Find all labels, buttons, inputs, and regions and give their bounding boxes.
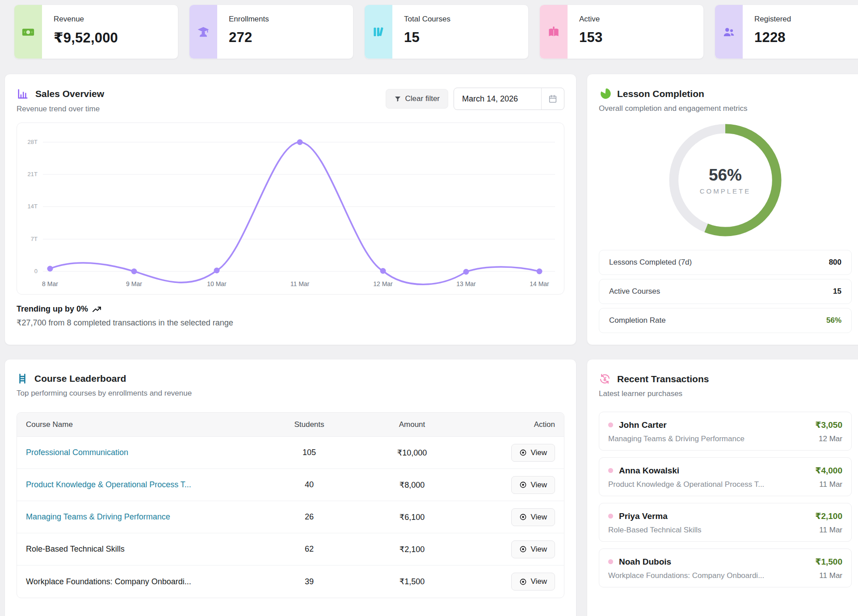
- bullet-dot-icon: [608, 559, 613, 564]
- transaction-course: Product Knowledge & Operational Process …: [608, 480, 819, 489]
- transaction-date: 12 Mar: [819, 435, 842, 443]
- transaction-amount: ₹1,500: [815, 557, 842, 567]
- view-button[interactable]: View: [511, 444, 555, 462]
- stat-value: 1228: [754, 30, 791, 46]
- stat-card-active: Active 153: [539, 4, 704, 59]
- lesson-completion-card: Lesson Completion Overall completion and…: [587, 74, 858, 345]
- pie-chart-icon: [599, 88, 611, 100]
- transaction-course: Role-Based Technical Skills: [608, 526, 819, 535]
- sales-overview-card: Sales Overview Revenue trend over time C…: [4, 74, 576, 345]
- transaction-amount: ₹3,050: [815, 420, 842, 430]
- stat-row-value: 56%: [826, 316, 841, 325]
- leaderboard-title: Course Leaderboard: [34, 373, 126, 384]
- bullet-dot-icon: [608, 422, 613, 427]
- stat-label: Registered: [754, 15, 791, 24]
- table-row: Role-Based Technical Skills 62 ₹2,100 Vi…: [17, 533, 564, 565]
- view-button[interactable]: View: [511, 508, 555, 526]
- completion-donut: 56% COMPLETE: [668, 123, 782, 237]
- currency-refresh-icon: [599, 373, 611, 385]
- ladder-icon: [17, 373, 28, 384]
- amount-cell: ₹6,100: [345, 512, 479, 522]
- view-button[interactable]: View: [511, 540, 555, 558]
- course-link[interactable]: Professional Communication: [26, 448, 128, 457]
- transaction-item: Noah Dubois ₹1,500 Workplace Foundations…: [599, 548, 852, 587]
- funnel-icon: [394, 95, 401, 102]
- table-row: Professional Communication 105 ₹10,000 V…: [17, 437, 564, 469]
- transaction-item: John Carter ₹3,050 Managing Teams & Driv…: [599, 412, 852, 451]
- course-link[interactable]: Product Knowledge & Operational Process …: [26, 480, 191, 489]
- view-button[interactable]: View: [511, 476, 555, 494]
- stat-label: Total Courses: [404, 15, 450, 24]
- trend-summary: ₹27,700 from 8 completed transactions in…: [17, 318, 564, 328]
- amount-cell: ₹2,100: [345, 544, 479, 554]
- stats-row: Revenue ₹9,52,000 Enrollments 272 Total …: [0, 0, 858, 59]
- trend-text: Trending up by 0%: [17, 304, 88, 314]
- buyer-name: John Carter: [619, 420, 815, 430]
- x-tick: 10 Mar: [207, 280, 227, 287]
- course-leaderboard-card: Course Leaderboard Top performing course…: [4, 359, 576, 616]
- transaction-course: Workplace Foundations: Company Onboardi.…: [608, 571, 819, 580]
- date-picker[interactable]: March 14, 2026: [454, 88, 564, 110]
- stat-row-value: 15: [833, 287, 841, 296]
- leaderboard-subtitle: Top performing courses by enrollments an…: [17, 389, 564, 398]
- users-icon: [722, 25, 736, 38]
- x-tick: 14 Mar: [530, 280, 549, 287]
- transactions-title: Recent Transactions: [617, 374, 709, 384]
- bar-chart-icon: [17, 88, 29, 100]
- course-link[interactable]: Managing Teams & Driving Performance: [26, 512, 170, 521]
- stat-label: Active: [579, 15, 602, 24]
- revenue-series-points: [47, 139, 543, 275]
- recent-transactions-card: Recent Transactions Latest learner purch…: [587, 359, 858, 616]
- view-label: View: [530, 513, 547, 522]
- stat-value: ₹9,52,000: [54, 30, 118, 46]
- completion-stat-row: Active Courses 15: [599, 279, 852, 304]
- view-button[interactable]: View: [511, 573, 555, 591]
- col-amount: Amount: [345, 420, 479, 429]
- stat-row-label: Lessons Completed (7d): [609, 258, 692, 267]
- view-label: View: [530, 448, 547, 457]
- stat-row-label: Active Courses: [609, 287, 660, 296]
- students-cell: 105: [273, 448, 345, 457]
- transaction-amount: ₹4,000: [815, 465, 842, 476]
- y-tick: 14T: [28, 203, 38, 210]
- stat-value: 272: [229, 30, 269, 46]
- col-students: Students: [273, 420, 345, 429]
- buyer-name: Noah Dubois: [619, 557, 815, 567]
- view-label: View: [530, 545, 547, 554]
- stat-strip: [14, 5, 42, 59]
- library-icon: [372, 25, 385, 38]
- course-name: Role-Based Technical Skills: [26, 544, 125, 553]
- table-row: Product Knowledge & Operational Process …: [17, 469, 564, 501]
- students-cell: 62: [273, 544, 345, 554]
- eye-icon: [519, 578, 527, 586]
- stat-card-registered: Registered 1228: [715, 4, 858, 59]
- amount-cell: ₹8,000: [345, 480, 479, 490]
- y-tick: 0: [34, 268, 38, 274]
- revenue-line-chart: 28T 21T 14T 7T 0: [17, 122, 564, 295]
- transaction-item: Anna Kowalski ₹4,000 Product Knowledge &…: [599, 457, 852, 496]
- transaction-date: 11 Mar: [819, 480, 842, 489]
- graduate-icon: [197, 25, 210, 38]
- col-action: Action: [479, 420, 555, 429]
- stat-strip: [715, 5, 743, 59]
- x-tick: 12 Mar: [373, 280, 393, 287]
- eye-icon: [519, 545, 527, 553]
- clear-filter-label: Clear filter: [405, 94, 440, 103]
- transactions-subtitle: Latest learner purchases: [599, 389, 852, 398]
- amount-cell: ₹1,500: [345, 577, 479, 586]
- date-value[interactable]: March 14, 2026: [454, 88, 541, 110]
- table-row: Managing Teams & Driving Performance 26 …: [17, 501, 564, 533]
- completion-percent: 56%: [709, 166, 742, 185]
- view-label: View: [530, 577, 547, 586]
- clear-filter-button[interactable]: Clear filter: [386, 89, 448, 109]
- buyer-name: Anna Kowalski: [619, 466, 815, 476]
- completion-stat-row: Completion Rate 56%: [599, 308, 852, 333]
- stat-strip: [189, 5, 217, 59]
- calendar-icon[interactable]: [541, 88, 564, 110]
- x-tick: 9 Mar: [126, 280, 142, 287]
- buyer-name: Priya Verma: [619, 511, 815, 521]
- stat-card-enrollments: Enrollments 272: [189, 4, 353, 59]
- transaction-course: Managing Teams & Driving Performance: [608, 435, 819, 443]
- y-tick: 28T: [28, 139, 38, 145]
- stat-row-label: Completion Rate: [609, 316, 666, 325]
